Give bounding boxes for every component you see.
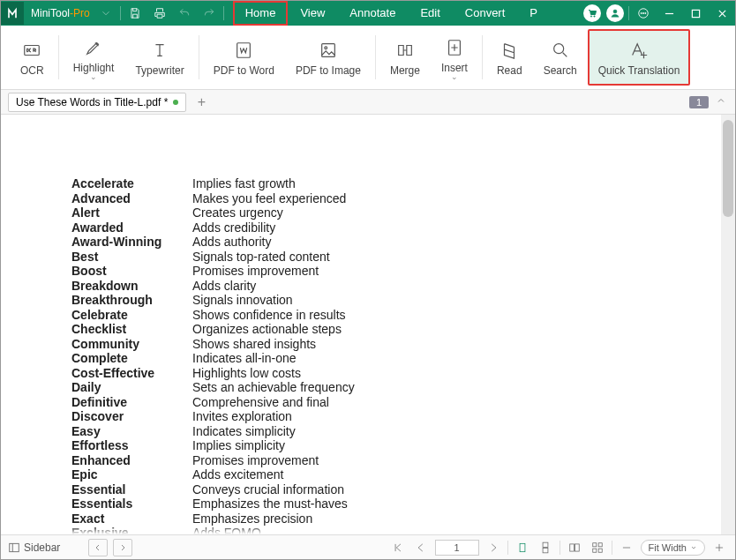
doc-desc: Promises improvement [192,453,319,468]
doc-desc: Organizes actionable steps [192,322,342,337]
doc-term: Definitive [71,395,192,410]
doc-term: Essentials [71,497,192,511]
document-viewport: AccelerateImplies fast growthAdvancedMak… [1,115,735,534]
menu-tab-more[interactable]: P [517,1,550,26]
doc-row: AdvancedMakes you feel experienced [71,191,735,206]
view-single-page-icon[interactable] [514,540,531,556]
dropdown-icon[interactable] [94,1,118,26]
app-logo [1,2,24,25]
document-tabs: Use These Words in Title-L.pdf * + 1 [1,90,735,115]
zoom-select[interactable]: Fit Width [641,540,705,556]
ribbon-toolbar: OCR Highlight ⌄ Typewriter PDF to Word P… [1,26,735,90]
doc-row: CommunityShows shared insights [71,337,735,352]
ocr-icon [22,38,41,63]
app-name: MiniTool-Pro [27,7,94,19]
doc-desc: Shows confidence in results [192,308,346,323]
svg-rect-22 [592,549,596,552]
doc-desc: Adds excitement [192,467,284,482]
doc-row: CelebrateShows confidence in results [71,308,735,323]
ribbon-typewriter[interactable]: Typewriter [124,29,194,86]
doc-term: Awarded [71,220,192,235]
doc-row: Award-WinningAdds authority [71,235,735,250]
menu-tab-view[interactable]: View [288,1,337,26]
doc-term: Community [71,337,192,352]
doc-term: Breakdown [71,279,192,294]
search-icon [551,38,570,63]
ribbon-pdf-to-word[interactable]: PDF to Word [203,29,285,86]
prev-page-button[interactable] [412,540,430,556]
ribbon-search[interactable]: Search [533,29,588,86]
user-icon[interactable] [606,4,624,22]
doc-row: ExactEmphasizes precision [71,511,735,526]
doc-desc: Highlights low costs [192,366,301,381]
doc-term: Essential [71,482,192,497]
doc-desc: Adds clarity [192,279,256,294]
maximize-button[interactable] [682,1,709,26]
svg-point-4 [641,12,642,13]
doc-desc: Shows shared insights [192,337,316,352]
view-thumbnails-icon[interactable] [589,540,606,556]
sidebar-toggle[interactable]: Sidebar [8,541,60,554]
feedback-icon[interactable] [631,1,656,26]
add-tab-button[interactable]: + [192,93,211,112]
scrollbar-thumb[interactable] [723,120,733,217]
print-icon[interactable] [147,1,172,26]
doc-desc: Implies simplicity [192,438,285,453]
collapse-ribbon-icon[interactable] [712,95,730,108]
doc-row: DefinitiveComprehensive and final [71,395,735,410]
nav-forward-button[interactable] [113,539,132,556]
svg-rect-18 [569,543,574,550]
unsaved-indicator-icon [173,100,178,105]
page-number-input[interactable]: 1 [435,540,479,556]
doc-term: Cost-Effective [71,366,192,381]
ribbon-pdf-to-image[interactable]: PDF to Image [285,29,372,86]
title-bar: MiniTool-Pro Home View Annotate Edit Con… [1,1,735,26]
svg-point-0 [590,16,592,18]
first-page-button[interactable] [389,540,407,556]
zoom-in-button[interactable] [710,540,728,556]
doc-row: AwardedAdds credibility [71,220,735,235]
doc-term: Discover [71,409,192,424]
doc-desc: Invites exploration [192,409,292,424]
redo-icon[interactable] [197,1,222,26]
doc-term: Accelerate [71,176,192,191]
menu-tab-annotate[interactable]: Annotate [337,1,408,26]
menu-tab-edit[interactable]: Edit [408,1,452,26]
ribbon-read[interactable]: Read [486,29,533,86]
svg-rect-17 [543,548,548,552]
scrollbar-track[interactable] [721,115,735,534]
zoom-value: Fit Width [649,541,687,555]
document-tab[interactable]: Use These Words in Title-L.pdf * [8,93,186,112]
ribbon-highlight[interactable]: Highlight ⌄ [63,29,125,86]
doc-term: Effortless [71,438,192,453]
undo-icon[interactable] [172,1,197,26]
view-two-page-icon[interactable] [566,540,583,556]
doc-term: Daily [71,380,192,395]
menu-tab-convert[interactable]: Convert [453,1,518,26]
doc-row: DailySets an achievable frequency [71,380,735,395]
doc-term: Easy [71,424,192,439]
menu-tab-home[interactable]: Home [233,1,289,26]
svg-point-2 [613,10,617,13]
ribbon-quick-translation[interactable]: Quick Translation [588,29,691,86]
document-page: AccelerateImplies fast growthAdvancedMak… [1,115,735,534]
doc-row: BreakthroughSignals innovation [71,293,735,308]
close-button[interactable] [709,1,735,26]
doc-desc: Emphasizes the must-haves [192,497,348,511]
ribbon-insert[interactable]: Insert ⌄ [431,29,478,86]
doc-desc: Adds authority [192,235,272,250]
doc-row: AccelerateImplies fast growth [71,176,735,191]
minimize-button[interactable] [656,1,682,26]
doc-desc: Conveys crucial information [192,482,344,497]
next-page-button[interactable] [484,540,502,556]
doc-term: Award-Winning [71,235,192,250]
doc-row: EssentialsEmphasizes the must-haves [71,497,735,511]
save-icon[interactable] [123,1,147,26]
svg-rect-14 [10,543,19,551]
zoom-out-button[interactable] [618,540,635,556]
nav-back-button[interactable] [88,539,108,556]
cart-icon[interactable] [583,4,601,22]
ribbon-ocr[interactable]: OCR [10,29,55,86]
ribbon-merge[interactable]: Merge [379,29,431,86]
view-continuous-icon[interactable] [537,540,554,556]
